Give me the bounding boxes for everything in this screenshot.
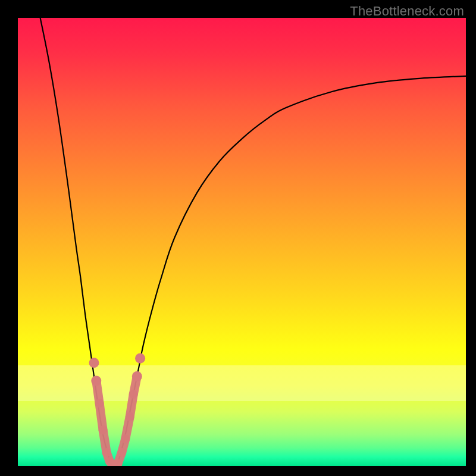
plot-area bbox=[18, 18, 466, 466]
attribution-text: TheBottleneck.com bbox=[350, 4, 464, 19]
chart-frame: TheBottleneck.com bbox=[0, 0, 476, 476]
marker-dot bbox=[89, 358, 99, 368]
marker-dot bbox=[91, 375, 101, 386]
bottleneck-curve bbox=[40, 18, 466, 466]
curve-svg bbox=[18, 18, 466, 466]
marker-group bbox=[89, 353, 146, 466]
marker-dot bbox=[132, 371, 142, 381]
marker-dot bbox=[135, 353, 145, 364]
